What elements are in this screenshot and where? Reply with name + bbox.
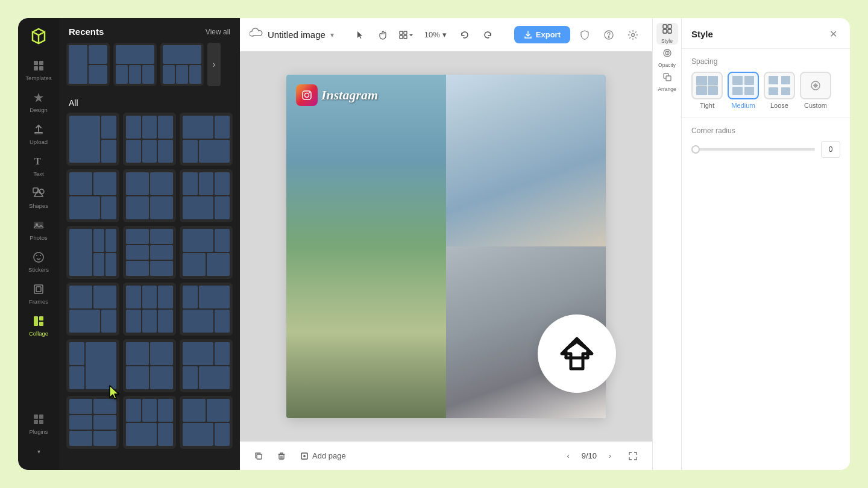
svg-point-40 xyxy=(667,52,668,54)
duplicate-page-btn[interactable] xyxy=(250,447,268,465)
sidebar-item-templates[interactable]: Templates xyxy=(18,54,59,86)
style-rail-label: Style xyxy=(661,38,673,44)
slider-handle[interactable] xyxy=(691,145,700,154)
svg-rect-37 xyxy=(668,30,671,33)
svg-rect-10 xyxy=(36,287,41,292)
sidebar-item-stickers[interactable]: Stickers xyxy=(18,246,59,278)
template-item[interactable] xyxy=(180,396,233,449)
page-indicator: 9/10 xyxy=(582,451,597,460)
recent-thumb-2[interactable] xyxy=(113,43,157,86)
document-title[interactable]: Untitled image xyxy=(268,30,326,40)
sidebar-label-text: Text xyxy=(33,170,43,177)
sidebar-item-plugins[interactable]: Plugins xyxy=(18,408,59,440)
sidebar-item-upload[interactable]: Upload xyxy=(18,118,59,150)
export-label: Export xyxy=(536,30,561,39)
recent-thumb-1[interactable] xyxy=(66,43,110,86)
spacing-label: Spacing xyxy=(691,57,840,66)
settings-icon-btn[interactable] xyxy=(623,25,643,45)
prev-page-btn[interactable]: ‹ xyxy=(560,448,577,465)
svg-rect-21 xyxy=(404,36,407,39)
recents-next-btn[interactable]: › xyxy=(207,43,221,86)
template-item[interactable] xyxy=(66,396,119,449)
spacing-loose[interactable]: Loose xyxy=(764,72,795,109)
template-item[interactable] xyxy=(123,339,176,392)
template-item[interactable] xyxy=(66,226,119,279)
template-item[interactable] xyxy=(180,226,233,279)
view-mode-btn[interactable] xyxy=(397,25,416,45)
spacing-custom[interactable]: Custom xyxy=(800,72,831,109)
sidebar-item-design[interactable]: Design xyxy=(18,86,59,118)
style-rail-btn[interactable]: Style xyxy=(656,23,678,45)
arrange-rail-label: Arrange xyxy=(658,86,676,92)
sidebar-item-text[interactable]: T Text xyxy=(18,150,59,182)
frames-icon xyxy=(32,283,45,296)
svg-rect-35 xyxy=(668,25,671,28)
instagram-badge: Instagram xyxy=(296,84,378,106)
help-icon-btn[interactable] xyxy=(599,25,618,45)
corner-radius-section: Corner radius 0 xyxy=(682,117,850,166)
sidebar-item-shapes[interactable]: Shapes xyxy=(18,182,59,214)
page-navigation: ‹ 9/10 › xyxy=(560,448,618,465)
svg-rect-1 xyxy=(39,61,43,65)
title-chevron-icon[interactable]: ▾ xyxy=(330,31,334,39)
collage-icon xyxy=(32,314,45,328)
corner-slider-row: 0 xyxy=(691,141,840,158)
template-item[interactable] xyxy=(180,113,233,166)
corner-radius-slider[interactable] xyxy=(691,148,815,151)
template-item[interactable] xyxy=(66,283,119,336)
spacing-section: Spacing Tight xyxy=(682,49,850,117)
template-item[interactable] xyxy=(123,283,176,336)
view-all-link[interactable]: View all xyxy=(206,28,230,36)
corner-radius-label: Corner radius xyxy=(691,127,840,135)
shield-icon-btn[interactable] xyxy=(575,25,594,45)
sidebar-label-design: Design xyxy=(30,107,48,113)
delete-page-btn[interactable] xyxy=(272,447,291,465)
sidebar-item-frames[interactable]: Frames xyxy=(18,278,59,310)
opacity-icon xyxy=(662,48,673,61)
sidebar-item-collage[interactable]: Collage xyxy=(18,310,59,342)
undo-btn[interactable] xyxy=(455,25,474,45)
template-item[interactable] xyxy=(180,169,233,222)
canvas-wrapper[interactable]: Instagram xyxy=(240,52,652,441)
logo-watermark xyxy=(538,314,616,393)
svg-rect-36 xyxy=(663,30,667,33)
topbar-tools: 10% ▾ xyxy=(351,25,497,45)
template-item[interactable] xyxy=(123,169,176,222)
spacing-options: Tight Medium xyxy=(691,72,840,109)
upload-icon xyxy=(32,123,45,136)
template-item[interactable] xyxy=(66,339,119,392)
template-item[interactable] xyxy=(66,169,119,222)
select-tool-btn[interactable] xyxy=(351,25,370,45)
template-item[interactable] xyxy=(66,113,119,166)
redo-btn[interactable] xyxy=(478,25,497,45)
arrange-rail-btn[interactable]: Arrange xyxy=(656,71,678,93)
template-item[interactable] xyxy=(123,113,176,166)
opacity-rail-label: Opacity xyxy=(658,62,676,68)
hand-tool-btn[interactable] xyxy=(374,25,393,45)
add-page-btn[interactable]: Add page xyxy=(295,449,351,463)
recent-thumb-3[interactable] xyxy=(160,43,204,86)
expand-btn[interactable] xyxy=(623,446,643,466)
style-panel-close-btn[interactable]: ✕ xyxy=(826,27,840,41)
template-item[interactable] xyxy=(180,283,233,336)
template-item[interactable] xyxy=(123,396,176,449)
opacity-rail-btn[interactable]: Opacity xyxy=(656,47,678,69)
template-item[interactable] xyxy=(123,226,176,279)
svg-rect-15 xyxy=(39,414,43,419)
sidebar-item-photos[interactable]: Photos xyxy=(18,214,59,246)
panel-header: Recents View all xyxy=(59,18,240,43)
zoom-selector[interactable]: 10% ▾ xyxy=(420,28,451,42)
recents-grid: › xyxy=(59,43,240,93)
svg-rect-11 xyxy=(34,316,38,326)
spacing-medium[interactable]: Medium xyxy=(728,72,759,109)
export-button[interactable]: Export xyxy=(514,26,570,43)
style-panel-header: Style ✕ xyxy=(682,18,850,49)
template-item[interactable] xyxy=(180,339,233,392)
panel-scroll[interactable] xyxy=(59,113,240,470)
sidebar-item-more[interactable]: ▾ xyxy=(18,440,59,463)
corner-radius-value[interactable]: 0 xyxy=(821,141,840,158)
spacing-tight[interactable]: Tight xyxy=(691,72,723,109)
sidebar-bottom: Plugins ▾ xyxy=(18,408,59,470)
style-panel: Style ✕ Spacing Ti xyxy=(681,18,850,470)
next-page-btn[interactable]: › xyxy=(602,448,618,465)
